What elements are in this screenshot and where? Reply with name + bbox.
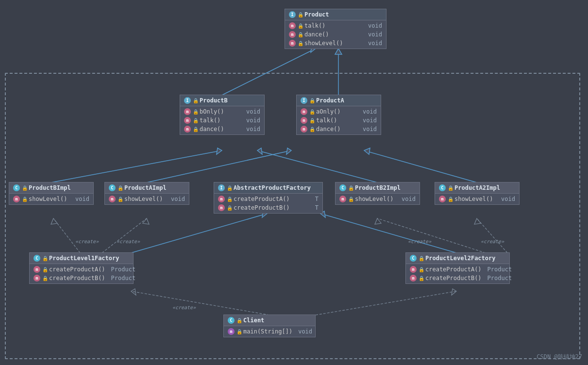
method-icon: m [34, 275, 40, 282]
method-icon: m [301, 126, 307, 133]
class-level2factory: C 🔒 ProductLevel2Factory m 🔒 createProdu… [405, 252, 510, 284]
lock-icon: 🔒 [227, 197, 232, 201]
class-abstractfactory: I 🔒 AbstractProductFactory m 🔒 createPro… [214, 182, 323, 214]
class-productbimpl-name: ProductBImpl [29, 184, 71, 191]
method-return: void [368, 22, 382, 29]
watermark: CSDN @陈镇坤27 [537, 353, 582, 361]
lock-icon: 🔒 [348, 185, 353, 190]
lock-icon: 🔒 [309, 127, 314, 132]
class-productb2impl: C 🔒 ProductB2Impl m 🔒 showLevel() void [335, 182, 420, 205]
method-return: void [246, 117, 260, 124]
class-productb-body: m 🔒 bOnly() void m 🔒 talk() void m 🔒 dan… [180, 106, 264, 134]
class-productb-header: I 🔒 ProductB [180, 95, 264, 106]
method-icon: m [218, 196, 225, 202]
method-return: void [368, 40, 382, 47]
method-name: talk() [200, 117, 240, 124]
method-icon: m [439, 196, 446, 202]
method-name: showLevel() [124, 196, 165, 202]
lock-icon: 🔒 [448, 185, 453, 190]
lock-icon: 🔒 [227, 205, 232, 210]
method-row: m 🔒 talk() void [297, 116, 381, 125]
method-icon: m [184, 126, 191, 133]
method-row: m 🔒 dance() void [180, 125, 264, 133]
lock-icon: 🔒 [193, 127, 198, 132]
class-level1factory-header: C 🔒 ProductLevel1Factory [30, 253, 133, 264]
lock-icon: 🔒 [118, 185, 122, 190]
class-abstractfactory-body: m 🔒 createProductA() T m 🔒 createProduct… [214, 194, 322, 213]
method-name: createProductB() [49, 275, 105, 282]
method-icon: m [184, 117, 191, 124]
class-productaimpl-name: ProductAImpl [124, 184, 167, 191]
svg-marker-4 [335, 49, 342, 54]
class-abstractfactory-header: I 🔒 AbstractProductFactory [214, 182, 322, 194]
create-label-5: «create» [172, 305, 196, 310]
method-icon: m [289, 22, 296, 29]
class-productbimpl: C 🔒 ProductBImpl m 🔒 showLevel() void [9, 182, 94, 205]
class-icon: C [34, 255, 40, 262]
method-return: void [368, 31, 382, 38]
interface-icon: I [184, 97, 191, 104]
method-return: Product [487, 266, 512, 273]
method-return: void [363, 108, 377, 115]
class-icon: C [228, 317, 235, 324]
lock-icon: 🔒 [22, 197, 27, 201]
interface-icon: I [218, 184, 225, 191]
lock-icon: 🔒 [236, 329, 241, 334]
method-icon: m [289, 40, 296, 47]
method-row: m 🔒 showLevel() void [105, 195, 189, 203]
class-level2factory-body: m 🔒 createProductA() Product m 🔒 createP… [406, 264, 509, 283]
class-icon: C [13, 184, 20, 191]
lock-icon: 🔒 [227, 185, 232, 190]
method-name: dance() [316, 126, 357, 133]
method-name: dance() [200, 126, 240, 133]
lock-icon: 🔒 [193, 109, 198, 114]
class-icon: C [339, 184, 346, 191]
lock-icon: 🔒 [22, 185, 27, 190]
method-icon: m [218, 204, 225, 211]
class-producta-name: ProductA [316, 97, 344, 104]
class-productb2impl-name: ProductB2Impl [355, 184, 401, 191]
class-productbimpl-header: C 🔒 ProductBImpl [9, 182, 93, 194]
class-producta-header: I 🔒 ProductA [297, 95, 381, 106]
class-icon: C [410, 255, 417, 262]
method-name: bOnly() [200, 108, 240, 115]
lock-icon: 🔒 [298, 41, 302, 46]
method-icon: m [339, 196, 346, 202]
method-name: main(String[]) [243, 328, 292, 335]
lock-icon: 🔒 [42, 276, 47, 281]
lock-icon: 🔒 [448, 197, 453, 201]
method-row: m 🔒 main(String[]) void [224, 327, 315, 336]
class-productb2impl-body: m 🔒 showLevel() void [336, 194, 420, 204]
method-icon: m [13, 196, 20, 202]
method-name: dance() [304, 31, 362, 38]
method-return: void [298, 328, 312, 335]
class-client-header: C 🔒 Client [224, 315, 315, 326]
method-row: m 🔒 createProductA() Product [406, 265, 509, 274]
class-level2factory-name: ProductLevel2Factory [425, 255, 496, 262]
class-level1factory-name: ProductLevel1Factory [49, 255, 119, 262]
class-level2factory-header: C 🔒 ProductLevel2Factory [406, 253, 509, 264]
method-row: m 🔒 aOnly() void [297, 107, 381, 116]
method-icon: m [228, 328, 235, 335]
class-client-name: Client [243, 317, 264, 324]
method-return: void [501, 196, 515, 202]
lock-icon: 🔒 [42, 256, 47, 261]
method-return: Product [111, 266, 136, 273]
lock-icon: 🔒 [236, 318, 241, 323]
method-icon: m [301, 108, 307, 115]
method-name: createProductA() [234, 196, 309, 202]
method-name: createProductB() [234, 204, 309, 211]
method-return: void [246, 126, 260, 133]
method-row: m 🔒 talk() void [180, 116, 264, 125]
class-producta2impl-body: m 🔒 showLevel() void [435, 194, 519, 204]
class-productaimpl-header: C 🔒 ProductAImpl [105, 182, 189, 194]
method-row: m 🔒 talk() void [285, 21, 386, 30]
method-row: m 🔒 createProductB() Product [30, 274, 133, 282]
method-row: m 🔒 createProductA() Product [30, 265, 133, 274]
lock-icon: 🔒 [193, 118, 198, 123]
method-icon: m [410, 275, 417, 282]
lock-icon: 🔒 [42, 267, 47, 272]
method-row: m 🔒 showLevel() void [435, 195, 519, 203]
method-return: void [402, 196, 416, 202]
method-name: showLevel() [304, 40, 362, 47]
